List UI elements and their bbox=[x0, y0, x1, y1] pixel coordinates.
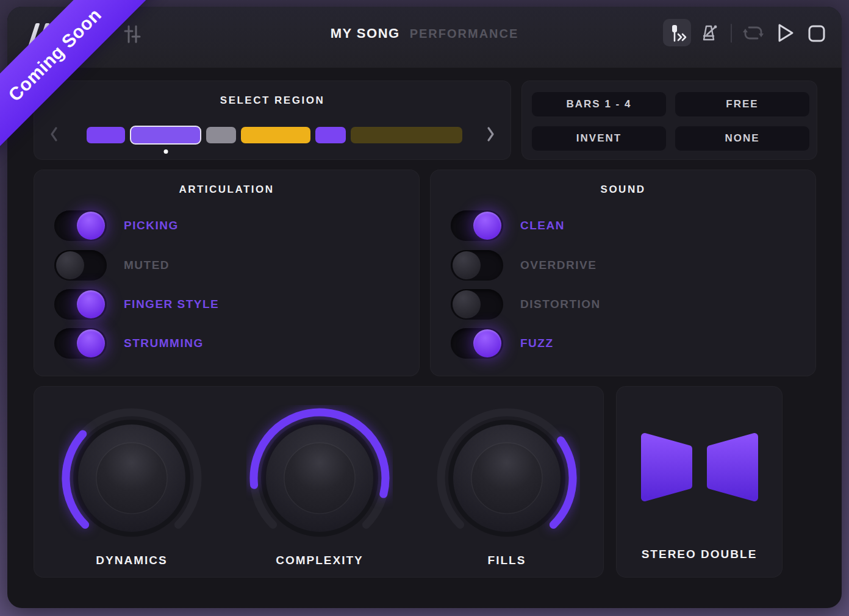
toggle-row: STRUMMING bbox=[54, 328, 204, 359]
toggle-knob bbox=[453, 251, 481, 279]
toggle-knob bbox=[453, 290, 481, 318]
toggle-label: CLEAN bbox=[520, 219, 565, 232]
strumming-toggle[interactable] bbox=[54, 328, 107, 359]
toggle-row: FINGER STYLE bbox=[54, 289, 219, 320]
toggle-label: PICKING bbox=[124, 219, 179, 232]
complexity-knob[interactable]: COMPLEXITY bbox=[246, 405, 393, 567]
none-button[interactable]: NONE bbox=[675, 126, 809, 151]
region-block[interactable] bbox=[315, 127, 346, 143]
toggle-row: FUZZ bbox=[451, 328, 554, 359]
toggle-knob bbox=[56, 251, 84, 279]
toggle-row: CLEAN bbox=[451, 210, 565, 241]
play-icon bbox=[776, 22, 795, 44]
metronome-icon bbox=[699, 23, 720, 43]
fuzz-toggle[interactable] bbox=[451, 328, 503, 359]
stop-icon bbox=[807, 24, 826, 43]
select-region-panel: SELECT REGION bbox=[34, 81, 511, 160]
region-row bbox=[87, 125, 462, 145]
loop-icon bbox=[742, 23, 765, 43]
toggle-knob bbox=[77, 329, 105, 357]
region-block[interactable] bbox=[241, 127, 310, 143]
toggle-knob bbox=[77, 212, 105, 240]
toggle-row: OVERDRIVE bbox=[451, 250, 596, 281]
dynamics-knob[interactable]: DYNAMICS bbox=[59, 405, 205, 567]
toggle-knob bbox=[473, 212, 501, 240]
region-block-selected[interactable] bbox=[130, 126, 201, 145]
toggle-label: FUZZ bbox=[520, 337, 554, 350]
picking-toggle[interactable] bbox=[54, 210, 107, 241]
toggle-label: OVERDRIVE bbox=[520, 259, 596, 272]
follow-playhead-button[interactable] bbox=[663, 19, 691, 46]
stop-button[interactable] bbox=[806, 23, 827, 43]
articulation-title: ARTICULATION bbox=[34, 184, 419, 196]
generation-panel: BARS 1 - 4 FREE INVENT NONE bbox=[521, 81, 817, 160]
stereo-double-label: STEREO DOUBLE bbox=[617, 548, 782, 561]
toggle-label: STRUMMING bbox=[124, 337, 204, 350]
sound-title: SOUND bbox=[431, 184, 815, 196]
toggle-knob bbox=[77, 290, 105, 318]
knob-label: DYNAMICS bbox=[59, 554, 205, 567]
articulation-panel: ARTICULATION PICKING MUTED FINGER STYLE … bbox=[34, 170, 420, 376]
invent-button[interactable]: INVENT bbox=[532, 126, 666, 151]
distortion-toggle[interactable] bbox=[451, 289, 503, 320]
toolbar-divider bbox=[731, 24, 732, 43]
toggle-row: PICKING bbox=[54, 210, 179, 241]
view-title: PERFORMANCE bbox=[410, 27, 519, 40]
toggle-label: DISTORTION bbox=[520, 298, 601, 311]
loop-button[interactable] bbox=[741, 23, 765, 43]
toggle-row: DISTORTION bbox=[451, 289, 601, 320]
free-button[interactable]: FREE bbox=[675, 92, 809, 116]
top-bar: MY SONGPERFORMANCE bbox=[7, 7, 842, 68]
bars-range-button[interactable]: BARS 1 - 4 bbox=[532, 92, 666, 116]
region-block[interactable] bbox=[87, 127, 125, 143]
stereo-double-panel: STEREO DOUBLE bbox=[616, 386, 783, 578]
app-window: MY SONGPERFORMANCE bbox=[7, 7, 842, 608]
play-button[interactable] bbox=[775, 21, 796, 45]
knobs-panel: DYNAMICS COMPLEXITY FILLS bbox=[34, 386, 604, 578]
song-title: MY SONG bbox=[331, 26, 400, 41]
toggle-label: MUTED bbox=[124, 259, 170, 272]
overdrive-toggle[interactable] bbox=[451, 250, 503, 281]
knob-label: FILLS bbox=[434, 554, 580, 567]
stereo-double-icon[interactable] bbox=[639, 429, 761, 505]
finger-style-toggle[interactable] bbox=[54, 289, 107, 320]
region-block[interactable] bbox=[206, 127, 236, 143]
toggle-row: MUTED bbox=[54, 250, 170, 281]
sound-panel: SOUND CLEAN OVERDRIVE DISTORTION FUZZ bbox=[430, 170, 816, 376]
muted-toggle[interactable] bbox=[54, 250, 107, 281]
select-region-title: SELECT REGION bbox=[34, 95, 510, 107]
region-next-chevron-icon[interactable] bbox=[486, 126, 496, 142]
fills-knob[interactable]: FILLS bbox=[434, 405, 580, 567]
toggle-knob bbox=[473, 329, 501, 357]
region-block[interactable] bbox=[351, 127, 462, 143]
follow-playhead-icon bbox=[667, 23, 687, 43]
clean-toggle[interactable] bbox=[451, 210, 503, 241]
knob-label: COMPLEXITY bbox=[246, 554, 393, 567]
metronome-button[interactable] bbox=[699, 23, 720, 43]
region-prev-chevron-icon[interactable] bbox=[49, 126, 59, 142]
toggle-label: FINGER STYLE bbox=[124, 298, 219, 311]
